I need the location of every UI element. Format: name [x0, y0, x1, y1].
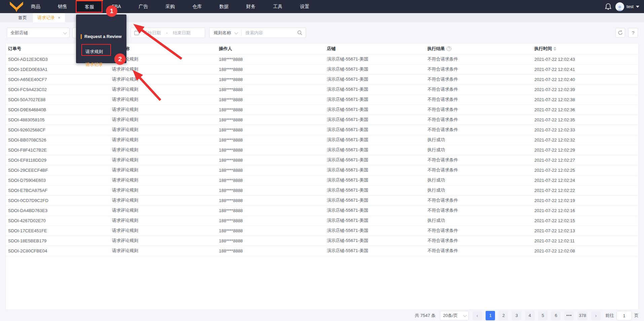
table-row[interactable]: SDOI-A65EE40CF7 请求评论规则 188****8888 演示店铺-…	[6, 74, 638, 84]
more-pages-button[interactable]: •••	[564, 311, 574, 320]
cell-operator: 188****8888	[217, 94, 325, 105]
cell-result: 不符合请求条件	[425, 74, 532, 84]
cell-operator: 188****8888	[217, 175, 325, 185]
page-button-1[interactable]: 1	[486, 311, 495, 320]
pagination-bar: 共 7547 条 20条/页 ‹ 1 2 3 4 5 6 ••• 378 › 前…	[415, 311, 639, 321]
refresh-button[interactable]	[615, 28, 625, 38]
table-row[interactable]: SDOI-EF8118DD29 请求评论规则 188****8888 演示店铺-…	[6, 155, 638, 165]
cell-operator: 188****8888	[217, 236, 325, 246]
page-button-6[interactable]: 6	[551, 311, 561, 320]
user-menu[interactable]: test	[615, 2, 639, 11]
annotation-step-2-badge: 2	[114, 53, 126, 65]
records-table: 订单号 规则名称 操作人 店铺 执行结果 ? 执行时间	[6, 43, 638, 256]
rule-select-value: 规则名称	[214, 30, 231, 36]
cell-shop: 演示店铺-55671-美国	[325, 185, 425, 195]
cell-rule-name: 请求评论规则	[110, 246, 217, 256]
cell-order-id: SDOI-17CEE451FE	[6, 226, 110, 236]
tab-request-records[interactable]: 请求记录 ×	[33, 13, 65, 22]
goto-page-input[interactable]	[616, 311, 632, 320]
section-title-label: Request a Review	[84, 34, 122, 39]
tab-label: 请求记录	[37, 13, 55, 22]
search-input[interactable]: 搜索内容	[241, 30, 297, 36]
cell-operator: 188****8888	[217, 105, 325, 115]
help-tooltip-icon[interactable]: ?	[447, 46, 451, 51]
notification-bell-icon[interactable]	[605, 3, 611, 10]
help-button[interactable]: ?	[628, 28, 638, 38]
result-header-label: 执行结果	[427, 46, 445, 52]
cell-shop: 演示店铺-55671-美国	[325, 135, 425, 145]
cell-order-id: SDOI-D75904E603	[6, 175, 110, 185]
table-row[interactable]: SDOI-18E5BEB179 请求评论规则 188****8888 演示店铺-…	[6, 236, 638, 246]
table-row[interactable]: SDOI-4267D02E70 请求评论规则 188****8888 演示店铺-…	[6, 215, 638, 226]
table-row[interactable]: SDOI-0CD7D9C2FD 请求评论规则 188****8888 演示店铺-…	[6, 195, 638, 205]
table-row[interactable]: SDOI-D75904E603 请求评论规则 188****8888 演示店铺-…	[6, 175, 638, 185]
cell-rule-name: 请求评论规则	[110, 115, 217, 125]
table-row[interactable]: SDOI-29CEECF4BF 请求评论规则 188****8888 演示店铺-…	[6, 165, 638, 175]
nav-item-purchase[interactable]: 采购	[157, 0, 184, 13]
cell-operator: 188****8888	[217, 165, 325, 175]
refresh-icon	[618, 30, 623, 35]
table-row[interactable]: SDOI-F8F41C7B2E 请求评论规则 188****8888 演示店铺-…	[6, 145, 638, 155]
table-row[interactable]: SDOI-DA4BD763E3 请求评论规则 188****8888 演示店铺-…	[6, 205, 638, 215]
goto-label: 前往	[605, 313, 614, 319]
chevron-down-icon	[463, 313, 467, 317]
col-header-operator: 操作人	[217, 43, 325, 54]
nav-item-products[interactable]: 商品	[22, 0, 49, 13]
cell-operator: 188****8888	[217, 226, 325, 236]
table-row[interactable]: SDOI-FC9A423C02 请求评论规则 188****8888 演示店铺-…	[6, 84, 638, 94]
table-row[interactable]: SDOI-E7BCA875AF 请求评论规则 188****8888 演示店铺-…	[6, 185, 638, 195]
page-button-last[interactable]: 378	[577, 311, 588, 320]
sort-icon[interactable]	[554, 47, 556, 51]
nav-item-tools[interactable]: 工具	[264, 0, 291, 13]
page-button-2[interactable]: 2	[499, 311, 508, 320]
table-row[interactable]: SDOI-D9E646840B 请求评论规则 188****8888 演示店铺-…	[6, 105, 638, 115]
cell-rule-name: 请求评论规则	[110, 145, 217, 155]
table-row[interactable]: SDOI-50A7027E88 请求评论规则 188****8888 演示店铺-…	[6, 94, 638, 105]
menu-item-request-records[interactable]: 请求记录	[85, 62, 103, 68]
prev-page-button[interactable]: ‹	[472, 311, 482, 320]
cell-result: 不符合请求条件	[425, 226, 532, 236]
cell-rule-name: 请求评论规则	[110, 74, 217, 84]
cell-result: 不符合请求条件	[425, 64, 532, 74]
nav-item-warehouse[interactable]: 仓库	[184, 0, 211, 13]
table-row[interactable]: SDOI-17CEE451FE 请求评论规则 188****8888 演示店铺-…	[6, 226, 638, 236]
cell-operator: 188****8888	[217, 185, 325, 195]
nav-item-ads[interactable]: 广告	[130, 0, 157, 13]
cell-time: 2021-07-22 12:02:29	[532, 145, 638, 155]
nav-item-data[interactable]: 数据	[211, 0, 237, 13]
cell-result: 不符合请求条件	[425, 54, 532, 64]
goto-unit: 页	[634, 313, 639, 319]
page-button-5[interactable]: 5	[538, 311, 547, 320]
cell-result: 不符合请求条件	[425, 165, 532, 175]
search-icon[interactable]	[297, 30, 302, 35]
cell-operator: 188****8888	[217, 74, 325, 84]
cell-time: 2021-07-22 12:02:35	[532, 115, 638, 125]
nav-item-finance[interactable]: 财务	[237, 0, 264, 13]
rule-name-select[interactable]: 规则名称	[214, 30, 241, 36]
tab-home[interactable]: 首页	[12, 13, 33, 22]
next-page-button[interactable]: ›	[591, 311, 601, 320]
cell-shop: 演示店铺-55671-美国	[325, 145, 425, 155]
cell-result: 不符合请求条件	[425, 84, 532, 94]
chevron-down-icon	[63, 30, 67, 34]
cell-time: 2021-07-22 12:02:39	[532, 84, 638, 94]
cell-operator: 188****8888	[217, 145, 325, 155]
calendar-icon	[134, 30, 139, 35]
table-row[interactable]: SDOI-92602568CF 请求评论规则 188****8888 演示店铺-…	[6, 125, 638, 135]
cell-rule-name: 请求评论规则	[110, 236, 217, 246]
cell-result: 不符合请求条件	[425, 125, 532, 135]
date-range-picker[interactable]: 开始日期 - 结束日期	[130, 28, 205, 38]
table-row[interactable]: SDOI-BB0708C526 请求评论规则 188****8888 演示店铺-…	[6, 135, 638, 145]
store-select[interactable]: 全部店铺	[7, 28, 70, 38]
cell-result: 不符合请求条件	[425, 246, 532, 256]
nav-item-customer-service[interactable]: 客服	[76, 0, 103, 13]
menu-item-request-rules[interactable]: 请求规则	[85, 49, 103, 55]
nav-item-sales[interactable]: 销售	[49, 0, 76, 13]
close-icon[interactable]: ×	[58, 15, 61, 20]
page-button-4[interactable]: 4	[525, 311, 534, 320]
nav-item-settings[interactable]: 设置	[291, 0, 318, 13]
table-row[interactable]: SDOI-4883058105 请求评论规则 188****8888 演示店铺-…	[6, 115, 638, 125]
page-button-3[interactable]: 3	[512, 311, 521, 320]
page-size-select[interactable]: 20条/页	[440, 311, 469, 320]
table-row[interactable]: SDOI-2C80CFBE04 请求评论规则 188****8888 演示店铺-…	[6, 246, 638, 256]
